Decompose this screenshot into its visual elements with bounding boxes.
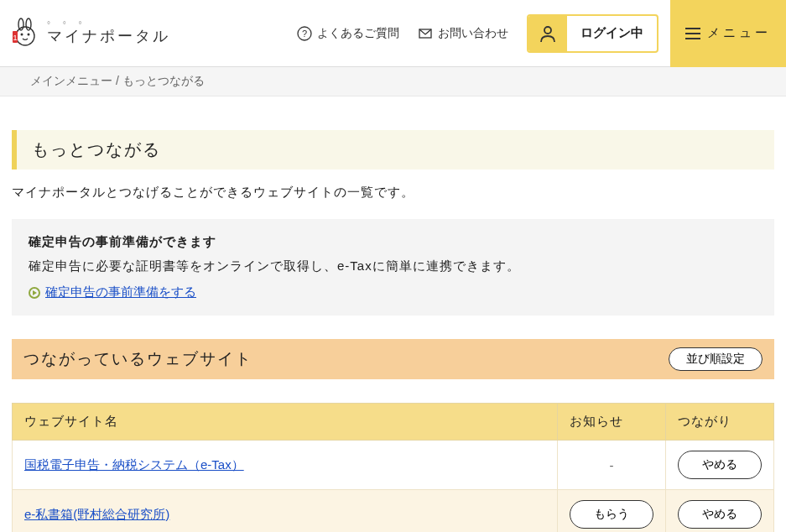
breadcrumb-root[interactable]: メインメニュー <box>30 74 112 87</box>
contact-link[interactable]: お問い合わせ <box>418 26 508 41</box>
table-row: e-私書箱(野村総合研究所) もらう やめる <box>13 490 774 533</box>
intro-text: マイナポータルとつなげることができるウェブサイトの一覧です。 <box>12 185 774 201</box>
section-bar: つながっているウェブサイト 並び順設定 <box>12 339 774 379</box>
table-row: 国税電子申告・納税システム（e-Tax） - やめる <box>13 441 774 490</box>
svg-point-3 <box>21 33 23 35</box>
svg-point-4 <box>28 33 30 35</box>
notice-desc: 確定申告に必要な証明書等をオンラインで取得し、e-Taxに簡単に連携できます。 <box>29 258 757 274</box>
receive-button[interactable]: もらう <box>570 500 653 529</box>
notice-title: 確定申告の事前準備ができます <box>29 234 757 250</box>
hamburger-icon <box>685 28 700 39</box>
contact-label: お問い合わせ <box>438 26 508 41</box>
page-title: もっとつながる <box>32 138 759 161</box>
header-logo-area[interactable]: 1 ° ° ° マイナポータル <box>0 18 297 50</box>
user-icon <box>528 16 567 51</box>
svg-point-2 <box>16 27 34 45</box>
page-title-bar: もっとつながる <box>12 130 774 170</box>
svg-point-10 <box>544 27 551 34</box>
notice-link[interactable]: 確定申告の事前準備をする <box>45 284 196 300</box>
mascot-icon: 1 <box>12 18 39 50</box>
faq-link[interactable]: ? よくあるご質問 <box>297 26 399 41</box>
connected-sites-table: ウェブサイト名 お知らせ つながり 国税電子申告・納税システム（e-Tax） -… <box>12 403 774 532</box>
disconnect-button[interactable]: やめる <box>678 451 762 479</box>
sort-order-button[interactable]: 並び順設定 <box>669 347 763 371</box>
mail-icon <box>418 26 433 41</box>
th-connect: つながり <box>666 404 774 441</box>
svg-text:?: ? <box>302 29 307 39</box>
question-icon: ? <box>297 26 312 41</box>
login-status-badge[interactable]: ログイン中 <box>527 14 658 53</box>
site-name: マイナポータル <box>47 26 170 46</box>
breadcrumb-sep: / <box>112 74 122 87</box>
faq-label: よくあるご質問 <box>317 26 399 41</box>
section-title: つながっているウェブサイト <box>23 348 252 370</box>
breadcrumb-current: もっとつながる <box>122 74 205 87</box>
disconnect-button[interactable]: やめる <box>678 500 762 529</box>
menu-button[interactable]: メニュー <box>670 0 786 67</box>
main-content: もっとつながる マイナポータルとつなげることができるウェブサイトの一覧です。 確… <box>0 96 786 532</box>
arrow-bullet-icon <box>29 287 40 299</box>
svg-text:1: 1 <box>13 34 17 42</box>
th-website: ウェブサイト名 <box>13 404 558 441</box>
breadcrumb: メインメニュー / もっとつながる <box>0 67 786 96</box>
login-status-text: ログイン中 <box>567 25 657 41</box>
header-nav: ? よくあるご質問 お問い合わせ ログイン中 <box>297 14 670 53</box>
site-link[interactable]: 国税電子申告・納税システム（e-Tax） <box>24 457 244 472</box>
notice-link-row: 確定申告の事前準備をする <box>29 284 757 300</box>
no-action: - <box>610 458 614 472</box>
site-header: 1 ° ° ° マイナポータル ? よくあるご質問 お問い合わせ ログイン中 <box>0 0 786 67</box>
notice-box: 確定申告の事前準備ができます 確定申告に必要な証明書等をオンラインで取得し、e-… <box>12 219 774 316</box>
site-link[interactable]: e-私書箱(野村総合研究所) <box>24 507 169 521</box>
th-notice: お知らせ <box>558 404 666 441</box>
menu-label: メニュー <box>707 25 771 41</box>
